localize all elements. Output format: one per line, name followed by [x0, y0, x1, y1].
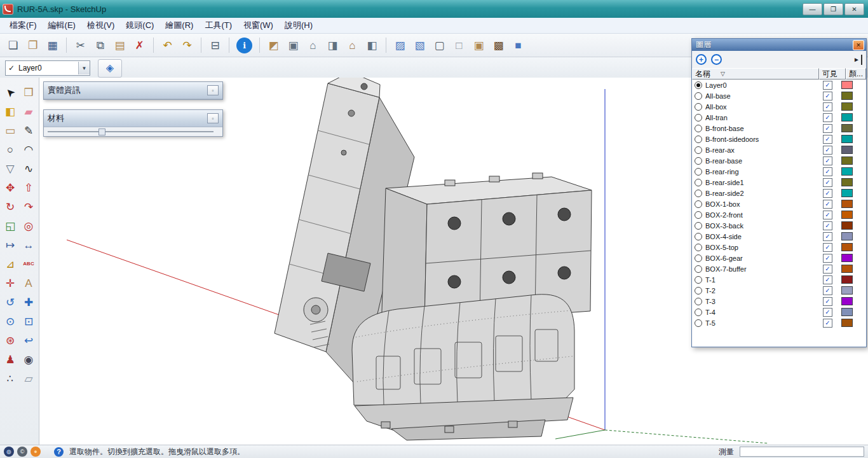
orbit-tool[interactable]: ↺: [1, 293, 20, 312]
layer-name[interactable]: T-1: [705, 276, 823, 284]
text3d-tool[interactable]: A: [20, 274, 38, 293]
materials-panel[interactable]: 材料 ▫: [43, 109, 223, 137]
layer-name[interactable]: All-tran: [705, 114, 823, 121]
layer-current-radio[interactable]: [695, 298, 702, 305]
layer-row[interactable]: T-4✓: [692, 307, 866, 317]
layer-visible-checkbox[interactable]: ✓: [823, 254, 832, 263]
materials-rollup-button[interactable]: ▫: [207, 113, 219, 123]
style-hidden-line-button[interactable]: □: [450, 36, 468, 55]
style-back-edges-button[interactable]: ▧: [410, 36, 429, 55]
layer-row[interactable]: B-rear-base✓: [692, 155, 866, 166]
layer-current-radio[interactable]: [695, 244, 702, 251]
layer-color-swatch[interactable]: [841, 265, 853, 273]
layer-current-radio[interactable]: [695, 190, 702, 197]
layer-color-swatch[interactable]: [841, 146, 853, 154]
layer-color-swatch[interactable]: [841, 286, 853, 295]
layer-name[interactable]: BOX-1-box: [705, 200, 823, 208]
layer-color-swatch[interactable]: [841, 297, 853, 305]
layer-name[interactable]: Layer0: [705, 81, 823, 89]
column-header-color[interactable]: 顏...: [846, 68, 866, 80]
layer-row[interactable]: BOX-7-buffer✓: [692, 263, 866, 274]
new-button[interactable]: ❏: [4, 36, 22, 55]
layer-name[interactable]: All-base: [705, 92, 823, 100]
layer-row[interactable]: B-rear-side1✓: [692, 177, 866, 188]
layer-current-radio[interactable]: [695, 81, 702, 89]
position-camera-tool[interactable]: ♟: [1, 350, 20, 369]
layer-visible-checkbox[interactable]: ✓: [823, 232, 832, 241]
building-maker-icon[interactable]: ●: [31, 447, 41, 457]
layer-visible-checkbox[interactable]: ✓: [823, 113, 832, 122]
layer-visible-checkbox[interactable]: ✓: [823, 243, 832, 252]
layer-color-swatch[interactable]: [841, 211, 853, 219]
rectangle-tool[interactable]: ▭: [1, 121, 20, 140]
push-pull-tool[interactable]: ⇧: [20, 178, 38, 197]
layers-dialog[interactable]: 圖層 ✕ + − ► 名稱 ▽ 可見 顏... Layer0✓All-base✓…: [691, 38, 867, 347]
zoom-extents-tool[interactable]: ⊛: [1, 331, 20, 350]
menu-tools[interactable]: 工具(T): [199, 18, 238, 33]
layer-visible-checkbox[interactable]: ✓: [823, 102, 832, 111]
minimize-button[interactable]: —: [803, 3, 822, 15]
text-tool[interactable]: ABC: [20, 254, 38, 274]
view-top-button[interactable]: ▣: [284, 36, 302, 55]
layer-visible-checkbox[interactable]: ✓: [823, 211, 832, 219]
geolocation-icon[interactable]: ◍: [4, 447, 14, 457]
layer-current-radio[interactable]: [695, 319, 702, 327]
save-button[interactable]: ▦: [43, 36, 62, 55]
layer-name[interactable]: BOX-3-back: [705, 222, 823, 230]
section-plane-tool[interactable]: ▱: [20, 369, 38, 388]
layer-current-radio[interactable]: [695, 265, 702, 273]
layer-name[interactable]: T-2: [705, 287, 823, 295]
layer-row[interactable]: B-rear-ax✓: [692, 144, 866, 155]
layer-color-swatch[interactable]: [841, 81, 853, 89]
layer-visible-checkbox[interactable]: ✓: [823, 189, 832, 198]
menu-edit[interactable]: 編輯(E): [43, 18, 81, 33]
menu-file[interactable]: 檔案(F): [4, 18, 43, 33]
layer-current-radio[interactable]: [695, 103, 702, 111]
move-tool[interactable]: ✥: [1, 178, 20, 197]
menu-view[interactable]: 檢視(V): [81, 18, 120, 33]
layer-name[interactable]: T-5: [705, 319, 823, 327]
layer-name[interactable]: B-rear-side1: [705, 179, 823, 186]
view-left-button[interactable]: ◧: [363, 36, 381, 55]
layer-row[interactable]: Layer0✓: [692, 80, 866, 90]
axes-tool[interactable]: ✛: [1, 274, 20, 293]
layer-current-radio[interactable]: [695, 200, 702, 208]
polygon-tool[interactable]: ▽: [1, 159, 20, 178]
materials-slider-knob[interactable]: [98, 128, 105, 135]
layer-row[interactable]: BOX-1-box✓: [692, 198, 866, 209]
layer-name[interactable]: B-rear-base: [705, 157, 823, 165]
layer-color-swatch[interactable]: [841, 156, 853, 165]
eraser-tool[interactable]: ▰: [20, 102, 38, 121]
layer-current-radio[interactable]: [695, 287, 702, 295]
layer-visible-checkbox[interactable]: ✓: [823, 135, 832, 144]
line-tool[interactable]: ✎: [20, 121, 38, 140]
column-header-name[interactable]: 名稱 ▽: [692, 68, 819, 80]
style-wireframe-button[interactable]: ▢: [430, 36, 449, 55]
layer-visible-checkbox[interactable]: ✓: [823, 286, 832, 295]
layer-name[interactable]: B-front-sidedoors: [705, 135, 823, 143]
layer-color-swatch[interactable]: [841, 254, 853, 262]
layer-row[interactable]: B-front-sidedoors✓: [692, 134, 866, 144]
layer-visible-checkbox[interactable]: ✓: [823, 146, 832, 155]
restore-button[interactable]: ❐: [824, 3, 843, 15]
layers-detail-arrow-button[interactable]: ►: [853, 55, 862, 65]
entity-info-title-bar[interactable]: 實體資訊 ▫: [44, 82, 222, 99]
layer-manager-button[interactable]: ◈: [98, 59, 122, 78]
layer-name[interactable]: T-3: [705, 298, 823, 305]
layer-current-radio[interactable]: [695, 211, 702, 219]
layer-row[interactable]: BOX-5-top✓: [692, 242, 866, 253]
paint-bucket-tool[interactable]: ◧: [1, 102, 20, 121]
scale-tool[interactable]: ◱: [1, 216, 20, 235]
help-icon[interactable]: ?: [54, 447, 64, 457]
layer-visible-checkbox[interactable]: ✓: [823, 178, 832, 187]
layer-current-radio[interactable]: [695, 222, 702, 230]
layer-color-swatch[interactable]: [841, 319, 853, 327]
layers-dialog-title-bar[interactable]: 圖層 ✕: [692, 39, 866, 51]
layer-visible-checkbox[interactable]: ✓: [823, 308, 832, 317]
freehand-tool[interactable]: ∿: [20, 159, 38, 178]
layer-row[interactable]: BOX-3-back✓: [692, 220, 866, 231]
claim-credit-icon[interactable]: ©: [17, 447, 27, 457]
layer-color-swatch[interactable]: [841, 221, 853, 230]
rotate-tool[interactable]: ↻: [1, 197, 20, 216]
open-button[interactable]: ❐: [24, 36, 42, 55]
